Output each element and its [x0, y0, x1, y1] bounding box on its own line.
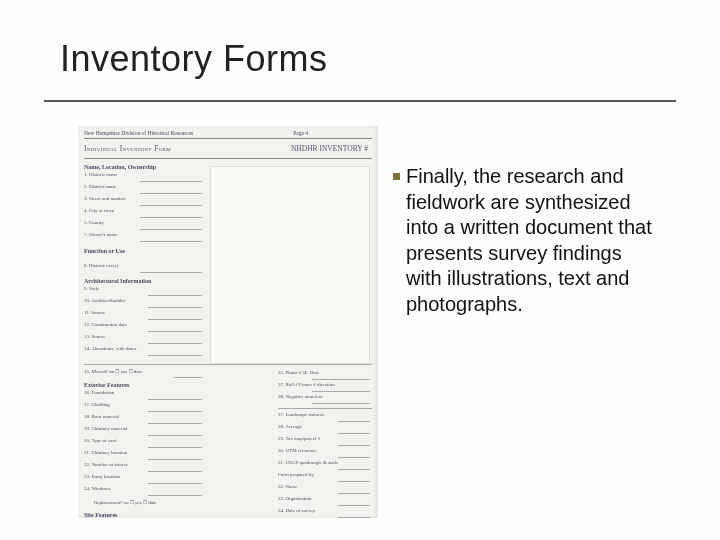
form-field-underline [338, 481, 370, 482]
form-field-underline [338, 445, 370, 446]
form-field-row: 11. Source [84, 310, 204, 322]
form-org: New Hampshire Division of Historical Res… [84, 130, 193, 136]
form-field-label: 13. Source [84, 334, 105, 339]
form-field-underline [338, 421, 370, 422]
form-field-row: 34. Date of survey [278, 508, 372, 518]
form-field-label: 2. District name [84, 184, 116, 189]
form-field-row: 8. Historic use(s) [84, 263, 204, 275]
form-field-row: 2. District name [84, 184, 204, 196]
form-field-row: 20. Type of roof [84, 438, 204, 450]
form-field-underline [338, 433, 370, 434]
form-field-underline [148, 399, 202, 400]
form-field-label: 5. County [84, 220, 104, 225]
form-field-row: 24. Windows [84, 486, 204, 498]
form-field-row: 3. Street and number [84, 196, 204, 208]
form-field-underline [148, 423, 202, 424]
form-field-label: 16. Foundation [84, 390, 114, 395]
form-field-label: 24. Windows [84, 486, 110, 491]
form-field-underline [148, 295, 202, 296]
form-field-underline [148, 331, 202, 332]
form-section-arch: Architectural Information [84, 278, 151, 284]
form-field-label: 32. Name [278, 484, 297, 489]
form-section-ext: Exterior Features [84, 382, 129, 388]
form-field-row: 16. Foundation [84, 390, 204, 402]
form-section-name: Name, Location, Ownership [84, 164, 156, 170]
form-field-underline [148, 495, 202, 496]
form-field-row: 7. Owner's name [84, 232, 204, 244]
form-field-row: 38. Negative stored at [278, 394, 372, 406]
form-field-underline [148, 435, 202, 436]
title-rule [44, 100, 676, 102]
form-field-row: 30. UTM reference [278, 448, 372, 460]
form-field-underline [148, 471, 202, 472]
form-field-row: 18. Roof material [84, 414, 204, 426]
body-paragraph: Finally, the research and fieldwork are … [406, 164, 658, 318]
form-field-row: 23. Entry location [84, 474, 204, 486]
form-field-label: 38. Negative stored at [278, 394, 322, 399]
form-field-underline [338, 469, 370, 470]
form-field-row: 13. Source [84, 334, 204, 346]
form-field-label: 20. Type of roof [84, 438, 116, 443]
form-field-label: 22. Number of stories [84, 462, 128, 467]
form-field-label: 9. Style [84, 286, 99, 291]
form-field-label: 19. Chimney material [84, 426, 127, 431]
form-field-underline [148, 355, 202, 356]
form-field-label: 8. Historic use(s) [84, 263, 118, 268]
form-field-row: 27. Landscape features [278, 412, 372, 424]
form-field-row: 14. Alterations, with dates [84, 346, 204, 358]
form-field-row: 1. Historic name [84, 172, 204, 184]
form-field-label: 27. Landscape features [278, 412, 324, 417]
form-photo-placeholder [210, 166, 370, 364]
form-field-row: 15. Moved? no ☐ yes ☐ date [84, 368, 204, 380]
form-field-row: 28. Acreage [278, 424, 372, 436]
form-field-row [84, 251, 204, 263]
form-field-underline [338, 457, 370, 458]
form-field-underline [140, 205, 202, 206]
form-field-label: 23. Entry location [84, 474, 120, 479]
form-field-label: 18. Roof material [84, 414, 119, 419]
form-field-label: 33. Organization [278, 496, 312, 501]
form-mid-rule [84, 158, 372, 159]
form-field-label: 37. Roll # Frame # direction [278, 382, 335, 387]
form-replacement: Replacement? no ☐ yes ☐ date [94, 499, 157, 505]
form-field-row: 5. County [84, 220, 204, 232]
form-field-label: 12. Construction date [84, 322, 127, 327]
form-heading-left: Individual Inventory Form [84, 144, 171, 153]
form-field-underline [312, 379, 370, 380]
form-field-label: 29. Tax map/parcel # [278, 436, 320, 441]
form-field-underline [148, 483, 202, 484]
form-field-row: 35. Photo # 36. Date [278, 370, 372, 382]
form-field-row: 19. Chimney material [84, 426, 204, 438]
form-field-row: 9. Style [84, 286, 204, 298]
form-field-row: 31. USGS quadrangle & scale [278, 460, 372, 472]
form-field-underline [148, 319, 202, 320]
form-field-label: 28. Acreage [278, 424, 302, 429]
form-field-label: 31. USGS quadrangle & scale [278, 460, 338, 465]
form-field-underline [338, 493, 370, 494]
form-field-underline [148, 343, 202, 344]
form-image: New Hampshire Division of Historical Res… [78, 126, 378, 518]
form-field-underline [338, 517, 370, 518]
form-field-label: 17. Cladding [84, 402, 110, 407]
form-field-row: 33. Organization [278, 496, 372, 508]
form-field-underline [140, 229, 202, 230]
form-field-label: 3. Street and number [84, 196, 126, 201]
form-page: Page 4 [293, 130, 308, 136]
form-field-row: 4. City or town [84, 208, 204, 220]
form-field-underline [174, 377, 202, 378]
form-field-row: 29. Tax map/parcel # [278, 436, 372, 448]
form-field-row: 17. Cladding [84, 402, 204, 414]
form-field-underline [338, 505, 370, 506]
form-field-underline [140, 193, 202, 194]
form-field-underline [140, 272, 202, 273]
form-field-row: 10. Architect/builder [84, 298, 204, 310]
form-divider-1 [84, 364, 372, 365]
form-field-label: 35. Photo # 36. Date [278, 370, 319, 375]
form-field-row: 21. Chimney location [84, 450, 204, 462]
form-heading-right: NHDHR INVENTORY # [291, 144, 368, 153]
form-field-label: 21. Chimney location [84, 450, 127, 455]
form-field-row: 32. Name [278, 484, 372, 496]
form-field-underline [148, 411, 202, 412]
form-field-row: 12. Construction date [84, 322, 204, 334]
form-field-underline [148, 307, 202, 308]
